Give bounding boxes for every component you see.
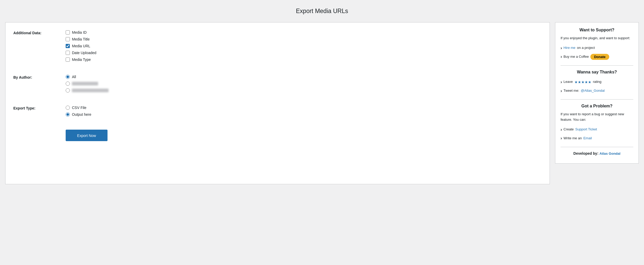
checkbox-media-id[interactable]: Media ID xyxy=(66,30,96,34)
radio-all-label: All xyxy=(72,75,76,79)
thanks-list-item-tweet: Tweet me: @Atlas_Gondal xyxy=(561,87,633,95)
buy-coffee-text: Buy me a Coffee xyxy=(563,54,589,60)
radio-author1-label xyxy=(72,82,98,85)
checkbox-media-title-input[interactable] xyxy=(66,37,70,41)
support-list-item-hire: Hire me on a project xyxy=(561,44,633,53)
by-author-row: By Author: All xyxy=(13,75,542,98)
export-button-wrapper: Export Now xyxy=(13,130,542,141)
radio-author2[interactable] xyxy=(66,88,109,93)
checkbox-media-type-input[interactable] xyxy=(66,57,70,62)
checkbox-media-title[interactable]: Media Title xyxy=(66,37,96,41)
problem-list-item-ticket: Create Support Ticket xyxy=(561,125,633,134)
support-ticket-prefix: Create xyxy=(563,127,574,132)
checkbox-media-id-label: Media ID xyxy=(72,30,87,34)
checkbox-date-uploaded-label: Date Uploaded xyxy=(72,51,96,55)
thanks-list-item-rating: Leave ★★★★★ rating xyxy=(561,78,633,87)
by-author-fields: All xyxy=(66,75,109,93)
sidebar-panel: Want to Support? If you enjoyed the plug… xyxy=(555,22,639,164)
radio-csv[interactable]: CSV File xyxy=(66,106,91,110)
divider-1 xyxy=(561,65,633,66)
export-type-fields: CSV File Output here xyxy=(66,106,91,117)
radio-author1-input[interactable] xyxy=(66,82,70,86)
thanks-list: Leave ★★★★★ rating Tweet me: @Atlas_Gond… xyxy=(561,78,633,95)
radio-csv-label: CSV File xyxy=(72,106,86,110)
radio-output[interactable]: Output here xyxy=(66,112,91,117)
tweet-prefix: Tweet me: xyxy=(563,88,579,94)
support-ticket-link[interactable]: Support Ticket xyxy=(575,127,597,132)
rating-prefix: Leave xyxy=(563,79,573,85)
divider-3 xyxy=(561,147,633,147)
checkbox-date-uploaded[interactable]: Date Uploaded xyxy=(66,51,96,55)
developed-name-link[interactable]: Atlas Gondal xyxy=(600,152,620,155)
checkbox-media-type-label: Media Type xyxy=(72,57,91,62)
additional-data-row: Additional Data: Media ID Media Title Me… xyxy=(13,30,542,67)
radio-all[interactable]: All xyxy=(66,75,109,79)
email-prefix: Write me an xyxy=(563,136,582,141)
export-type-row: Export Type: CSV File Output here xyxy=(13,106,542,122)
donate-button[interactable]: Donate xyxy=(590,54,609,60)
checkbox-media-type[interactable]: Media Type xyxy=(66,57,96,62)
additional-data-fields: Media ID Media Title Media URL Date Uplo… xyxy=(66,30,96,62)
radio-all-input[interactable] xyxy=(66,75,70,79)
thanks-title: Wanna say Thanks? xyxy=(561,70,633,74)
rating-suffix: rating xyxy=(593,79,602,85)
developed-prefix: Developed by: xyxy=(573,151,600,155)
problem-title: Got a Problem? xyxy=(561,104,633,108)
radio-csv-input[interactable] xyxy=(66,106,70,110)
hire-me-text: on a project xyxy=(577,45,595,51)
radio-author2-label xyxy=(72,89,109,92)
problem-text: If you want to report a bug or suggest n… xyxy=(561,112,633,123)
tweet-link[interactable]: @Atlas_Gondal xyxy=(581,88,605,94)
divider-2 xyxy=(561,99,633,100)
radio-output-input[interactable] xyxy=(66,112,70,117)
problem-list: Create Support Ticket Write me an Email xyxy=(561,125,633,143)
checkbox-media-id-input[interactable] xyxy=(66,30,70,34)
by-author-label: By Author: xyxy=(13,75,66,79)
radio-output-label: Output here xyxy=(72,112,91,117)
problem-list-item-email: Write me an Email xyxy=(561,134,633,143)
developed-by: Developed by: Atlas Gondal xyxy=(561,151,633,155)
support-list: Hire me on a project Buy me a Coffee Don… xyxy=(561,44,633,61)
support-text: If you enjoyed the plugin, and want to s… xyxy=(561,36,633,41)
checkbox-media-url-input[interactable] xyxy=(66,44,70,48)
support-list-item-donate: Buy me a Coffee Donate xyxy=(561,52,633,61)
checkbox-media-url[interactable]: Media URL xyxy=(66,44,96,48)
additional-data-label: Additional Data: xyxy=(13,30,66,35)
main-panel: Additional Data: Media ID Media Title Me… xyxy=(5,22,550,184)
export-now-button[interactable]: Export Now xyxy=(66,130,108,141)
support-title: Want to Support? xyxy=(561,28,633,32)
page-title: Export Media URLs xyxy=(5,5,639,17)
star-rating[interactable]: ★★★★★ xyxy=(574,79,591,85)
checkbox-media-url-label: Media URL xyxy=(72,44,90,48)
email-link[interactable]: Email xyxy=(583,136,592,141)
checkbox-date-uploaded-input[interactable] xyxy=(66,51,70,55)
checkbox-media-title-label: Media Title xyxy=(72,37,90,41)
export-type-label: Export Type: xyxy=(13,106,66,110)
radio-author1[interactable] xyxy=(66,82,109,86)
radio-author2-input[interactable] xyxy=(66,88,70,93)
hire-me-link[interactable]: Hire me xyxy=(563,45,575,51)
